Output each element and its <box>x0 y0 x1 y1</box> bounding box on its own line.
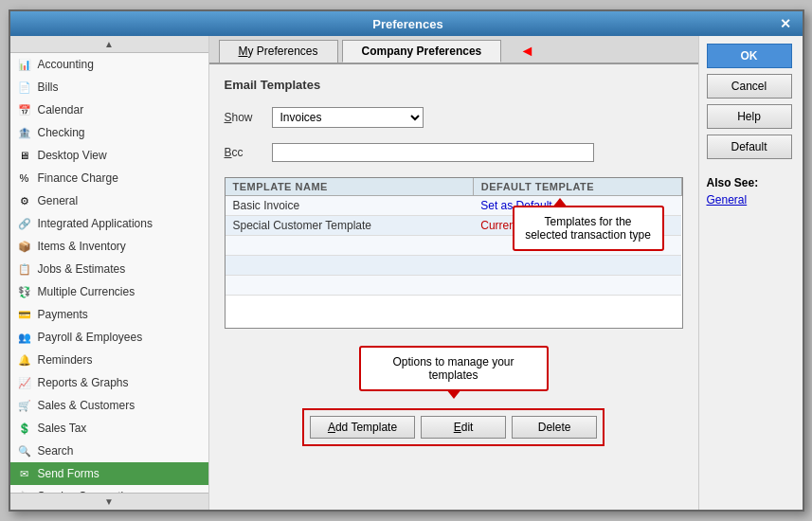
cancel-button[interactable]: Cancel <box>707 74 792 99</box>
send-forms-icon: ✉ <box>16 465 33 482</box>
edit-rest: dit <box>461 421 474 434</box>
bills-icon: 📄 <box>16 79 33 96</box>
show-underline: S <box>225 111 232 124</box>
empty-cell <box>226 276 474 296</box>
sidebar-label-salestax: Sales Tax <box>38 422 87 435</box>
desktop-view-icon: 🖥 <box>16 147 33 164</box>
template-name-special: Special Customer Template <box>226 216 474 236</box>
sidebar-label-items: Items & Inventory <box>38 240 126 253</box>
general-icon: ⚙ <box>16 192 33 209</box>
sidebar-item-calendar[interactable]: 📅 Calendar <box>10 99 208 121</box>
sidebar-label-sales: Sales & Customers <box>38 399 135 412</box>
sidebar-item-integrated[interactable]: 🔗 Integrated Applications <box>10 212 208 235</box>
sidebar-item-payments[interactable]: 💳 Payments <box>10 303 208 326</box>
template-buttons-group: Add Template Edit Delete <box>302 408 604 446</box>
sidebar-item-desktop-view[interactable]: 🖥 Desktop View <box>10 144 208 167</box>
show-row: Show Invoices Estimates Statements Sales… <box>225 107 683 128</box>
sidebar-item-bills[interactable]: 📄 Bills <box>10 76 208 99</box>
add-underline: A <box>328 421 335 434</box>
sidebar-item-payroll[interactable]: 👥 Payroll & Employees <box>10 326 208 349</box>
show-select[interactable]: Invoices Estimates Statements Sales Orde… <box>272 107 424 128</box>
calendar-icon: 📅 <box>16 101 33 118</box>
bcc-label: Bcc <box>225 146 262 159</box>
edit-template-button[interactable]: Edit <box>421 416 506 439</box>
sidebar-item-finance-charge[interactable]: % Finance Charge <box>10 167 208 189</box>
sidebar-label-payroll: Payroll & Employees <box>38 331 143 344</box>
sidebar-item-items[interactable]: 📦 Items & Inventory <box>10 235 208 258</box>
sidebar-item-reminders[interactable]: 🔔 Reminders <box>10 349 208 371</box>
help-button[interactable]: Help <box>707 104 792 129</box>
show-label: Show <box>225 111 262 124</box>
sidebar-item-reports[interactable]: 📈 Reports & Graphs <box>10 371 208 394</box>
tooltip-template: Templates for the selected transaction t… <box>513 206 664 251</box>
sidebar-label-finance: Finance Charge <box>38 171 118 185</box>
sidebar-scroll-up[interactable]: ▲ <box>10 36 208 53</box>
sidebar-label-search: Search <box>38 444 74 458</box>
title-bar: Preferences ✕ <box>10 11 803 36</box>
tooltip-manage: Options to manage your templates <box>359 346 549 391</box>
tab-my-preferences-label: M <box>239 45 248 58</box>
sidebar-label-integrated: Integrated Applications <box>38 217 153 230</box>
section-title: Email Templates <box>225 78 683 92</box>
sidebar-label-checking: Checking <box>38 126 85 139</box>
add-rest: dd Template <box>335 421 397 434</box>
sidebar-item-multiple[interactable]: 💱 Multiple Currencies <box>10 280 208 303</box>
table-row-empty2 <box>226 256 682 276</box>
sidebar-item-general[interactable]: ⚙ General <box>10 189 208 212</box>
table-row-empty3 <box>226 276 682 296</box>
manage-tooltip-area: Options to manage your templates Add Tem… <box>225 346 683 446</box>
delete-template-button[interactable]: Delete <box>512 416 597 439</box>
add-template-button[interactable]: Add Template <box>310 416 415 439</box>
content-area: Email Templates Show Invoices Estimates … <box>209 64 698 510</box>
edit-underline: E <box>454 421 461 434</box>
sidebar-item-sales-tax[interactable]: 💲 Sales Tax <box>10 417 208 440</box>
empty-cell <box>473 276 681 296</box>
sales-customers-icon: 🛒 <box>16 397 33 414</box>
sidebar-label-payments: Payments <box>38 308 88 321</box>
sidebar-scroll-area: ▲ 📊 Accounting 📄 Bills 📅 Calendar <box>10 36 208 510</box>
also-see-title: Also See: <box>707 176 795 189</box>
bcc-row: Bcc <box>225 143 683 162</box>
sidebar-label-reports: Reports & Graphs <box>38 376 129 389</box>
sidebar-item-checking[interactable]: 🏦 Checking <box>10 121 208 144</box>
dialog-body: ▲ 📊 Accounting 📄 Bills 📅 Calendar <box>10 36 803 510</box>
sidebar-items-list: 📊 Accounting 📄 Bills 📅 Calendar 🏦 Checki… <box>10 53 208 493</box>
sidebar-item-jobs[interactable]: 📋 Jobs & Estimates <box>10 258 208 280</box>
tab-company-preferences[interactable]: Company Preferences ◄ <box>342 40 502 63</box>
checking-icon: 🏦 <box>16 124 33 141</box>
sidebar-item-service-connection[interactable]: 🔌 Service Connection <box>10 485 208 493</box>
sidebar-item-sales-customers[interactable]: 🛒 Sales & Customers <box>10 394 208 417</box>
multiple-currencies-icon: 💱 <box>16 283 33 300</box>
tab-my-preferences[interactable]: My Preferences <box>219 40 338 63</box>
also-see-general-link[interactable]: General <box>707 193 795 207</box>
tabs-bar: My Preferences Company Preferences ◄ <box>209 36 698 64</box>
close-button[interactable]: ✕ <box>776 16 795 31</box>
sidebar-label-desktop: Desktop View <box>38 149 107 162</box>
integrated-icon: 🔗 <box>16 215 33 232</box>
sidebar-item-search[interactable]: 🔍 Search <box>10 440 208 462</box>
sidebar: ▲ 📊 Accounting 📄 Bills 📅 Calendar <box>10 36 209 510</box>
finance-charge-icon: % <box>16 170 33 187</box>
default-button[interactable]: Default <box>707 135 792 159</box>
tab-arrow-indicator: ◄ <box>519 43 534 60</box>
dialog-title: Preferences <box>41 17 776 31</box>
reports-icon: 📈 <box>16 374 33 391</box>
jobs-icon: 📋 <box>16 260 33 278</box>
sidebar-item-accounting[interactable]: 📊 Accounting <box>10 53 208 76</box>
sidebar-item-send-forms[interactable]: ✉ Send Forms ◄ <box>10 462 208 485</box>
template-name-basic: Basic Invoice <box>226 196 474 216</box>
sidebar-label-reminders: Reminders <box>38 353 93 367</box>
empty-cell <box>226 256 474 276</box>
main-content: My Preferences Company Preferences ◄ Ema… <box>209 36 698 510</box>
also-see-section: Also See: General <box>707 176 795 207</box>
template-table-container: TEMPLATE NAME DEFAULT TEMPLATE Basic Inv… <box>225 177 683 329</box>
sidebar-label-multiple: Multiple Currencies <box>38 285 135 298</box>
sidebar-label-accounting: Accounting <box>38 58 94 71</box>
bcc-input[interactable] <box>272 143 594 162</box>
ok-button[interactable]: OK <box>707 44 792 68</box>
sidebar-scroll-down[interactable]: ▼ <box>10 493 208 510</box>
payments-icon: 💳 <box>16 306 33 323</box>
sidebar-label-send-forms: Send Forms <box>38 467 99 480</box>
delete-label: Delete <box>538 421 571 434</box>
template-area: TEMPLATE NAME DEFAULT TEMPLATE Basic Inv… <box>225 177 683 329</box>
